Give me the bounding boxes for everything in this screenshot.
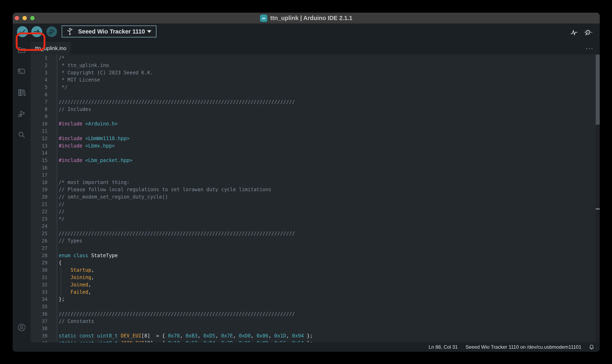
close-button[interactable] xyxy=(15,16,19,20)
check-icon xyxy=(19,28,26,35)
code-line: 37// Constants xyxy=(31,318,600,325)
usb-icon xyxy=(67,27,73,35)
scrollbar-thumb[interactable] xyxy=(596,54,600,125)
overview-ruler-cursor-marker xyxy=(596,208,600,209)
code-text xyxy=(57,223,59,230)
line-number[interactable]: 33 xyxy=(31,289,57,296)
board-port-status[interactable]: Seeed Wio Tracker 1110 on /dev/cu.usbmod… xyxy=(466,344,581,350)
serial-plotter-icon xyxy=(571,30,577,36)
code-text: #include <Arduino.h> xyxy=(57,120,118,128)
code-text: ////////////////////////////////////////… xyxy=(57,98,295,106)
line-number[interactable]: 14 xyxy=(31,150,57,157)
board-selector[interactable]: Seeed Wio Tracker 1110 xyxy=(62,26,156,37)
code-line: 20// smtc_modem_set_region_duty_cycle() xyxy=(31,194,600,201)
code-line: 16 xyxy=(31,164,600,172)
line-number[interactable]: 32 xyxy=(31,281,57,289)
line-number[interactable]: 17 xyxy=(31,172,57,179)
line-number[interactable]: 18 xyxy=(31,179,57,186)
line-number[interactable]: 39 xyxy=(31,332,57,340)
line-number[interactable]: 1 xyxy=(31,54,57,62)
line-number[interactable]: 3 xyxy=(31,69,57,77)
indent-guide xyxy=(61,267,61,296)
code-line: 18/* most important thing: xyxy=(31,179,600,186)
sidebar-item-sketchbook[interactable] xyxy=(18,46,26,54)
notifications-bell-icon[interactable] xyxy=(589,345,594,350)
line-number[interactable]: 25 xyxy=(31,230,57,237)
line-number[interactable]: 22 xyxy=(31,208,57,216)
line-number[interactable]: 30 xyxy=(31,267,57,274)
code-line: 27 xyxy=(31,245,600,252)
line-number[interactable]: 31 xyxy=(31,274,57,281)
more-actions-button[interactable]: ··· xyxy=(586,42,594,54)
code-line: 33 Failed, xyxy=(31,289,600,296)
code-line: 3 * Copyright (C) 2023 Seeed K.K. xyxy=(31,69,600,77)
verify-button[interactable] xyxy=(17,26,28,37)
right-arrow-icon xyxy=(33,28,40,35)
line-number[interactable]: 5 xyxy=(31,84,57,91)
line-number[interactable]: 37 xyxy=(31,318,57,325)
line-number[interactable]: 23 xyxy=(31,216,57,223)
line-number[interactable]: 20 xyxy=(31,194,57,201)
sidebar-item-debug[interactable] xyxy=(18,110,26,118)
code-text: // Includes xyxy=(57,106,91,113)
code-line: 38 xyxy=(31,325,600,332)
line-number[interactable]: 38 xyxy=(31,325,57,332)
sidebar-item-search[interactable] xyxy=(18,131,26,139)
code-line: 35 xyxy=(31,303,600,311)
code-text: /* xyxy=(57,54,65,62)
serial-monitor-button[interactable] xyxy=(583,28,592,37)
line-number[interactable]: 7 xyxy=(31,98,57,106)
line-number[interactable]: 10 xyxy=(31,120,57,128)
line-number[interactable]: 40 xyxy=(31,340,57,342)
serial-plotter-button[interactable] xyxy=(570,28,578,37)
sidebar-item-library-manager[interactable] xyxy=(18,89,26,96)
line-number[interactable]: 9 xyxy=(31,113,57,120)
line-number[interactable]: 28 xyxy=(31,252,57,260)
line-number[interactable]: 8 xyxy=(31,106,57,113)
line-number[interactable]: 34 xyxy=(31,296,57,303)
line-number[interactable]: 12 xyxy=(31,135,57,142)
line-number[interactable]: 11 xyxy=(31,128,57,135)
title-bar[interactable]: ∞ ttn_uplink | Arduino IDE 2.1.1 xyxy=(13,13,600,24)
code-line: 15#include <Lbm_packet.hpp> xyxy=(31,157,600,164)
code-editor[interactable]: 1/*2 * ttn_uplink.ino3 * Copyright (C) 2… xyxy=(31,54,600,342)
code-text xyxy=(57,245,59,252)
line-number[interactable]: 21 xyxy=(31,201,57,208)
line-number[interactable]: 19 xyxy=(31,186,57,194)
code-line: 4 * MIT License xyxy=(31,76,600,84)
code-line: 24 xyxy=(31,223,600,230)
tab-ttn-uplink[interactable]: ttn_uplink.ino xyxy=(31,42,71,54)
debug-button[interactable] xyxy=(46,26,57,37)
books-icon xyxy=(18,89,26,96)
code-line: 6 xyxy=(31,91,600,98)
line-number[interactable]: 2 xyxy=(31,62,57,69)
line-number[interactable]: 35 xyxy=(31,303,57,311)
line-number[interactable]: 24 xyxy=(31,223,57,230)
code-text: // xyxy=(57,201,65,208)
code-text xyxy=(57,128,59,135)
line-number[interactable]: 4 xyxy=(31,76,57,84)
line-number[interactable]: 29 xyxy=(31,259,57,267)
chevron-down-icon xyxy=(147,30,151,33)
line-number[interactable]: 36 xyxy=(31,311,57,318)
sidebar-item-boards-manager[interactable] xyxy=(18,67,26,75)
line-number[interactable]: 16 xyxy=(31,164,57,172)
upload-button[interactable] xyxy=(31,26,42,37)
sidebar-item-account[interactable] xyxy=(18,324,26,331)
code-line: 2 * ttn_uplink.ino xyxy=(31,62,600,69)
editor-scrollbar[interactable] xyxy=(596,54,600,342)
line-number[interactable]: 27 xyxy=(31,245,57,252)
code-line: 34}; xyxy=(31,296,600,303)
debug-sidebar-icon xyxy=(18,110,26,118)
debug-icon xyxy=(48,28,55,35)
code-line: 11 xyxy=(31,128,600,135)
code-line: 14 xyxy=(31,150,600,157)
code-text: Joining, xyxy=(57,274,94,281)
line-number[interactable]: 13 xyxy=(31,142,57,150)
line-number[interactable]: 6 xyxy=(31,91,57,98)
cursor-position[interactable]: Ln 88, Col 31 xyxy=(429,344,458,350)
line-number[interactable]: 15 xyxy=(31,157,57,164)
line-number[interactable]: 26 xyxy=(31,237,57,245)
minimize-button[interactable] xyxy=(23,16,27,20)
zoom-button[interactable] xyxy=(30,16,35,20)
